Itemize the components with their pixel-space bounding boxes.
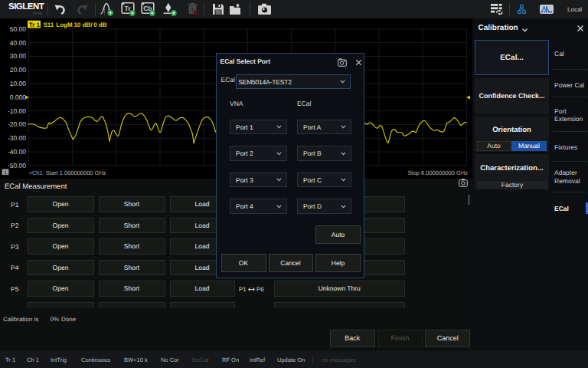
svg-text:0 dB: 0 dB (93, 21, 107, 28)
svg-text:0.000: 0.000 (10, 94, 27, 101)
svg-text:20.00: 20.00 (10, 66, 27, 74)
svg-text:30.00: 30.00 (10, 52, 27, 60)
svg-text:Stop 6.000000000 GHz: Stop 6.000000000 GHz (408, 169, 469, 176)
svg-text:1: 1 (4, 170, 7, 176)
svg-text:-40.00: -40.00 (8, 148, 26, 156)
svg-text:40.00: 40.00 (10, 39, 27, 47)
svg-text:Tr 1: Tr 1 (29, 21, 41, 28)
svg-text:S11: S11 (44, 21, 54, 28)
svg-text:10 dB/: 10 dB/ (74, 21, 93, 28)
svg-text:>Ch1: Start 1.000000000 GHz: >Ch1: Start 1.000000000 GHz (29, 169, 106, 176)
svg-text:10.00: 10.00 (10, 80, 27, 87)
svg-text:50.00: 50.00 (10, 25, 27, 33)
svg-text:-50.00: -50.00 (8, 162, 26, 169)
svg-text:-10.00: -10.00 (8, 107, 26, 115)
svg-text:LogM: LogM (56, 21, 73, 28)
svg-text:-20.00: -20.00 (8, 120, 26, 128)
svg-text:-30.00: -30.00 (8, 134, 26, 142)
